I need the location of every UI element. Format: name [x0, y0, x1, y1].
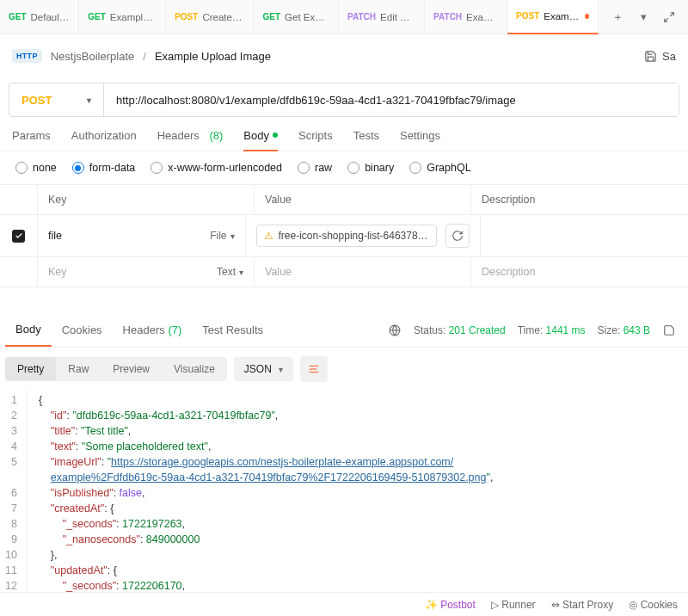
runner-button[interactable]: ▷ Runner — [491, 599, 536, 611]
top-tabs-bar: GETDefault ApGETExample LisPOSTCreate Ex… — [0, 0, 688, 34]
radio-binary[interactable]: binary — [347, 162, 394, 174]
tab[interactable]: POSTCreate Exa — [166, 0, 254, 34]
resp-tab-cookies[interactable]: Cookies — [52, 313, 113, 347]
response-tabs: Body Cookies Headers (7) Test Results St… — [0, 313, 688, 348]
col-value: Value — [255, 185, 471, 214]
save-button[interactable]: Sa — [662, 50, 676, 63]
row-value-input[interactable]: Value — [255, 257, 471, 286]
tab[interactable]: PATCHEdit Exan — [339, 0, 425, 34]
resp-tab-body[interactable]: Body — [5, 313, 52, 347]
save-icon[interactable] — [643, 49, 657, 63]
request-tabs: Params Authorization Headers (8) Body Sc… — [0, 117, 688, 151]
format-select[interactable]: JSON▾ — [234, 357, 293, 381]
postbot-button[interactable]: ✨ Postbot — [425, 599, 476, 611]
url-row: POST▾ — [9, 83, 679, 117]
tab-authorization[interactable]: Authorization — [71, 129, 137, 151]
breadcrumb: HTTP NestjsBoilerplate / Example Upload … — [0, 34, 688, 77]
line-gutter: 1234567891011121314 — [0, 391, 27, 616]
radio-none[interactable]: none — [15, 162, 57, 174]
file-chip[interactable]: ⚠ free-icon-shopping-list-6463781.p… — [256, 225, 437, 247]
body-type-row: none form-data x-www-form-urlencoded raw… — [0, 151, 688, 184]
expand-icon[interactable] — [662, 10, 676, 24]
col-key: Key — [38, 185, 255, 214]
body-active-dot — [273, 132, 278, 138]
breadcrumb-page: Example Upload Image — [155, 50, 271, 63]
method-select[interactable]: POST▾ — [9, 83, 104, 116]
bottom-bar: ✨ Postbot ▷ Runner ⇔ Start Proxy ◎ Cooki… — [0, 592, 688, 616]
row-value-cell[interactable]: ⚠ free-icon-shopping-list-6463781.p… — [246, 215, 481, 256]
globe-icon[interactable] — [388, 323, 402, 337]
tab[interactable]: GETGet Exampl — [255, 0, 340, 34]
row-checkbox[interactable] — [0, 215, 38, 256]
view-visualize[interactable]: Visualize — [162, 357, 227, 381]
url-input[interactable] — [104, 83, 679, 116]
form-data-table: Key Value Description file File▾ ⚠ free-… — [0, 184, 688, 287]
tab[interactable]: PATCHExample — [425, 0, 507, 34]
save-response-icon[interactable] — [662, 323, 676, 337]
svg-line-0 — [670, 12, 673, 15]
breadcrumb-sep: / — [143, 50, 146, 63]
time-label: Time: 1441 ms — [518, 324, 586, 336]
new-tab-button[interactable]: ＋ — [611, 10, 624, 24]
radio-raw[interactable]: raw — [298, 162, 332, 174]
size-label: Size: 643 B — [598, 324, 650, 336]
reupload-button[interactable] — [445, 224, 470, 248]
resp-tab-headers[interactable]: Headers (7) — [113, 313, 193, 347]
tab-headers[interactable]: Headers (8) — [157, 129, 224, 151]
table-row: file File▾ ⚠ free-icon-shopping-list-646… — [0, 215, 688, 257]
field-type-select[interactable]: Text▾ — [217, 266, 243, 278]
tab-settings[interactable]: Settings — [400, 129, 440, 151]
row-key-input[interactable]: Key Text▾ — [38, 257, 255, 286]
response-body[interactable]: 1234567891011121314 { "id": "dfdb619c-59… — [0, 391, 688, 616]
warning-icon: ⚠ — [264, 230, 273, 242]
tab-body[interactable]: Body — [243, 129, 278, 151]
http-badge: HTTP — [12, 49, 42, 63]
view-raw[interactable]: Raw — [56, 357, 101, 381]
row-key-cell[interactable]: file File▾ — [38, 215, 246, 256]
radio-graphql[interactable]: GraphQL — [409, 162, 470, 174]
cookies-button[interactable]: ◎ Cookies — [629, 599, 678, 611]
response-toolbar: Pretty Raw Preview Visualize JSON▾ — [0, 348, 688, 391]
row-desc-input[interactable]: Description — [471, 257, 688, 286]
view-pretty[interactable]: Pretty — [5, 357, 56, 381]
proxy-button[interactable]: ⇔ Start Proxy — [551, 599, 614, 611]
tab-scripts[interactable]: Scripts — [298, 129, 333, 151]
tab[interactable]: GETDefault Ap — [0, 0, 79, 34]
breadcrumb-folder[interactable]: NestjsBoilerplate — [51, 50, 135, 63]
tab-params[interactable]: Params — [12, 129, 51, 151]
tab[interactable]: POSTExample l — [507, 0, 599, 34]
tab[interactable]: GETExample Lis — [79, 0, 166, 34]
chevron-down-icon: ▾ — [87, 95, 91, 105]
tab-tests[interactable]: Tests — [353, 129, 379, 151]
table-row: Key Text▾ Value Description — [0, 257, 688, 287]
row-desc-cell[interactable] — [481, 215, 689, 256]
view-preview[interactable]: Preview — [101, 357, 162, 381]
wrap-lines-button[interactable] — [300, 356, 328, 382]
svg-line-1 — [665, 18, 668, 22]
radio-form-data[interactable]: form-data — [72, 162, 136, 174]
field-type-select[interactable]: File▾ — [210, 230, 234, 242]
resp-tab-results[interactable]: Test Results — [192, 313, 273, 347]
tabs-menu[interactable]: ▾ — [636, 10, 650, 24]
status-label: Status: 201 Created — [414, 324, 506, 336]
radio-urlencoded[interactable]: x-www-form-urlencoded — [150, 162, 282, 174]
col-desc: Description — [471, 185, 688, 214]
